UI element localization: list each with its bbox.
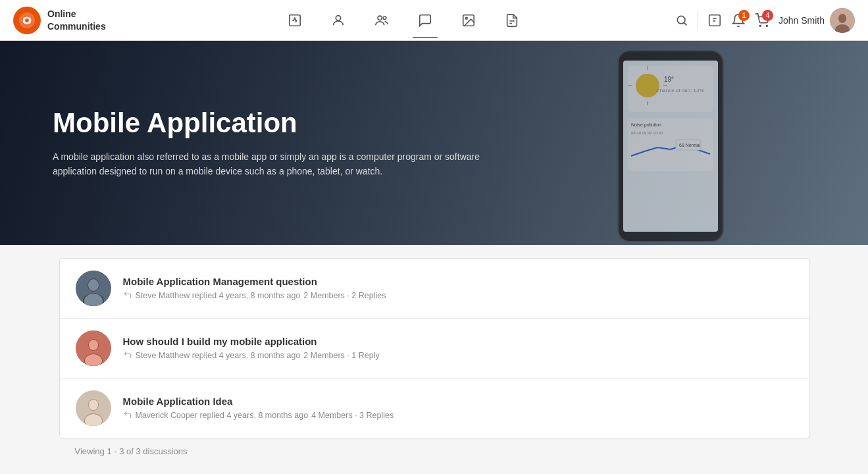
avatar — [830, 8, 855, 33]
avatar — [76, 271, 111, 306]
discussion-stats: 2 Members · 2 Replies — [303, 291, 386, 300]
svg-point-21 — [636, 74, 659, 97]
nav-divider — [698, 11, 698, 30]
discussion-stats: 2 Members · 1 Reply — [303, 351, 379, 360]
discussion-meta: Steve Matthew replied 4 years, 8 months … — [123, 290, 793, 302]
reply-icon — [123, 350, 132, 361]
brand[interactable]: Online Communities — [13, 7, 106, 34]
svg-text:Chance of rain: 14%: Chance of rain: 14% — [656, 88, 704, 93]
discussion-body: How should I build my mobile application… — [123, 336, 793, 361]
hero-description: A mobile application also referred to as… — [53, 149, 500, 179]
nav-media-btn[interactable] — [456, 8, 481, 33]
svg-point-7 — [466, 17, 468, 19]
discussion-body: Mobile Application Idea Maverick Cooper … — [123, 396, 793, 421]
discussions-card: Mobile Application Management question S… — [59, 258, 809, 438]
nav-activity-btn[interactable] — [282, 8, 307, 33]
discussion-item: How should I build my mobile application… — [60, 319, 809, 379]
cart-button[interactable]: 4 — [755, 13, 769, 28]
svg-point-16 — [838, 14, 846, 23]
nav-members-btn[interactable] — [369, 8, 394, 33]
svg-point-42 — [89, 340, 98, 350]
svg-point-5 — [384, 16, 387, 20]
discussion-meta-text: Steve Matthew replied 4 years, 8 months … — [136, 351, 301, 360]
discussion-stats: 4 Members · 3 Replies — [311, 411, 394, 420]
svg-point-1 — [25, 18, 29, 22]
svg-point-4 — [378, 16, 382, 20]
hero-content: Mobile Application A mobile application … — [53, 107, 513, 178]
svg-rect-12 — [709, 14, 721, 26]
reply-icon — [123, 290, 132, 302]
discussion-item: Mobile Application Management question S… — [60, 259, 809, 319]
user-name: John Smith — [779, 15, 825, 26]
discussion-title[interactable]: How should I build my mobile application — [123, 336, 793, 347]
content-area: Mobile Application Management question S… — [59, 245, 809, 474]
brand-logo — [13, 7, 41, 34]
notifications-button[interactable]: 1 — [731, 13, 746, 28]
svg-text:68 Normal: 68 Normal — [679, 143, 701, 147]
discussion-item: Mobile Application Idea Maverick Cooper … — [60, 379, 809, 438]
discussion-title[interactable]: Mobile Application Idea — [123, 396, 793, 407]
viewing-count: Viewing 1 - 3 of 3 discussions — [59, 438, 809, 456]
discussion-body: Mobile Application Management question S… — [123, 276, 793, 302]
avatar — [76, 330, 111, 366]
svg-point-13 — [759, 25, 761, 26]
svg-point-10 — [677, 16, 685, 24]
discussion-title[interactable]: Mobile Application Management question — [123, 276, 793, 287]
svg-point-3 — [336, 15, 341, 20]
nav-docs-btn[interactable] — [499, 8, 524, 33]
nav-icons — [132, 8, 675, 33]
discussion-meta: Maverick Cooper replied 4 years, 8 month… — [123, 410, 793, 421]
svg-point-47 — [89, 400, 98, 410]
svg-point-14 — [766, 25, 767, 26]
nav-messages-btn[interactable] — [413, 8, 438, 33]
svg-line-11 — [684, 22, 687, 25]
hero-title: Mobile Application — [53, 107, 513, 140]
nav-right: 1 4 John Smith — [675, 8, 855, 33]
reply-icon — [123, 410, 132, 421]
avatar — [76, 390, 111, 426]
discussion-meta-text: Maverick Cooper replied 4 years, 8 month… — [136, 411, 309, 420]
cart-badge: 4 — [762, 10, 773, 21]
navbar: Online Communities — [0, 0, 868, 41]
nav-profile-btn[interactable] — [326, 8, 351, 33]
svg-text:19°: 19° — [664, 76, 674, 83]
svg-text:Noise pollution: Noise pollution — [631, 122, 661, 128]
svg-text:08:40    09:40    10:40: 08:40 09:40 10:40 — [631, 131, 663, 135]
search-button[interactable] — [675, 14, 688, 27]
discussion-meta: Steve Matthew replied 4 years, 8 months … — [123, 350, 793, 361]
brand-name: Online Communities — [47, 8, 106, 32]
user-info[interactable]: John Smith — [779, 8, 855, 33]
notifications-badge: 1 — [738, 10, 750, 21]
hero-section: 19° Chance of rain: 14% Noise pollution … — [0, 41, 868, 245]
discussion-meta-text: Steve Matthew replied 4 years, 8 months … — [136, 291, 301, 300]
wishlist-button[interactable] — [707, 13, 722, 28]
svg-point-37 — [88, 279, 99, 291]
svg-rect-2 — [290, 14, 301, 26]
